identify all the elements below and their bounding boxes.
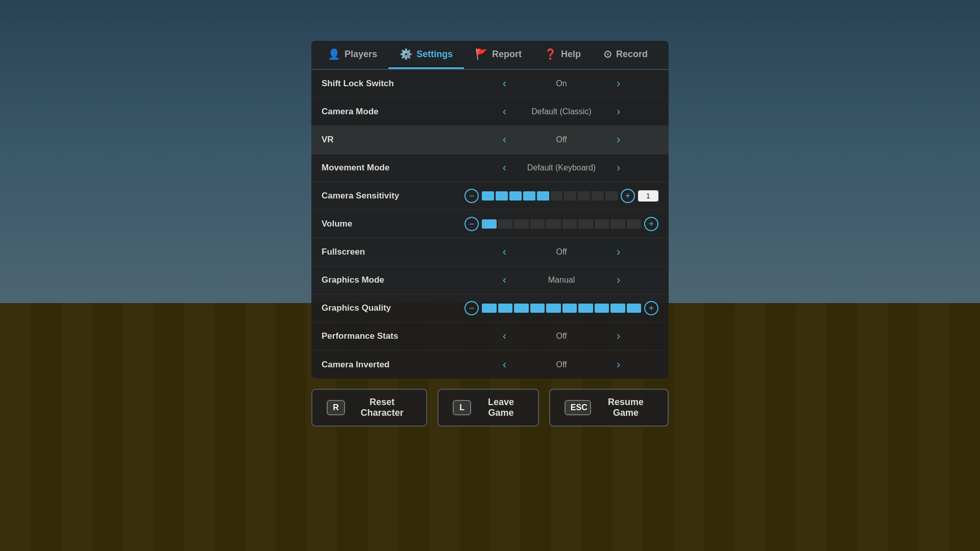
segment-4 xyxy=(523,191,535,201)
segment-6 xyxy=(551,191,563,201)
vol-segment-6 xyxy=(562,219,577,229)
camera-inverted-value: Off xyxy=(516,360,607,369)
tab-help[interactable]: ❓ Help xyxy=(533,41,592,69)
graphics-quality-minus[interactable]: − xyxy=(464,301,479,315)
graphics-mode-prev[interactable]: ‹ xyxy=(499,272,510,288)
setting-fullscreen: Fullscreen ‹ Off › xyxy=(311,238,669,266)
gq-segment-6 xyxy=(562,304,577,313)
camera-inverted-control: ‹ Off › xyxy=(464,357,658,372)
shift-lock-control: ‹ On › xyxy=(464,76,658,91)
camera-sensitivity-plus[interactable]: + xyxy=(621,189,635,203)
camera-sensitivity-input[interactable] xyxy=(638,190,658,202)
performance-stats-prev[interactable]: ‹ xyxy=(499,329,510,344)
segment-5 xyxy=(537,191,549,201)
camera-mode-next[interactable]: › xyxy=(612,104,624,119)
graphics-mode-label: Graphics Mode xyxy=(322,275,464,285)
gq-segment-2 xyxy=(498,304,513,313)
segment-2 xyxy=(496,191,508,201)
movement-mode-next[interactable]: › xyxy=(612,160,624,176)
graphics-quality-label: Graphics Quality xyxy=(322,303,464,313)
setting-volume: Volume − + xyxy=(311,210,669,238)
camera-mode-control: ‹ Default (Classic) › xyxy=(464,104,658,119)
reset-character-button[interactable]: R Reset Character xyxy=(311,389,427,427)
fullscreen-next[interactable]: › xyxy=(612,244,624,260)
record-icon: ⊙ xyxy=(603,48,612,60)
vol-segment-7 xyxy=(578,219,593,229)
help-icon: ❓ xyxy=(544,48,557,60)
tab-record[interactable]: ⊙ Record xyxy=(592,41,659,69)
fullscreen-control: ‹ Off › xyxy=(464,244,658,260)
settings-icon: ⚙️ xyxy=(400,48,412,60)
resume-game-label: Resume Game xyxy=(598,397,653,418)
gq-segment-7 xyxy=(578,304,593,313)
camera-sensitivity-slider[interactable] xyxy=(482,191,618,201)
resume-key-badge: ESC xyxy=(565,400,591,415)
shift-lock-next[interactable]: › xyxy=(612,76,624,91)
tab-settings[interactable]: ⚙️ Settings xyxy=(388,41,464,69)
vr-label: VR xyxy=(322,135,464,145)
volume-slider[interactable] xyxy=(482,219,641,229)
tab-report-label: Report xyxy=(492,49,522,60)
gq-segment-8 xyxy=(595,304,609,313)
performance-stats-next[interactable]: › xyxy=(612,329,624,344)
setting-camera-mode: Camera Mode ‹ Default (Classic) › xyxy=(311,98,669,126)
movement-mode-control: ‹ Default (Keyboard) › xyxy=(464,160,658,176)
setting-graphics-quality: Graphics Quality − + xyxy=(311,294,669,322)
volume-control: − + xyxy=(464,217,658,231)
vol-segment-2 xyxy=(498,219,513,229)
performance-stats-control: ‹ Off › xyxy=(464,329,658,344)
shift-lock-prev[interactable]: ‹ xyxy=(499,76,510,91)
segment-8 xyxy=(578,191,590,201)
movement-mode-label: Movement Mode xyxy=(322,163,464,173)
leave-key-badge: L xyxy=(453,400,471,415)
segment-9 xyxy=(592,191,604,201)
setting-shift-lock-switch: Shift Lock Switch ‹ On › xyxy=(311,70,669,98)
setting-performance-stats: Performance Stats ‹ Off › xyxy=(311,322,669,350)
volume-label: Volume xyxy=(322,219,464,229)
volume-plus[interactable]: + xyxy=(644,217,658,231)
report-icon: 🚩 xyxy=(475,48,488,60)
settings-menu: 👤 Players ⚙️ Settings 🚩 Report ❓ Help ⊙ … xyxy=(311,41,669,427)
gq-segment-4 xyxy=(530,304,545,313)
tab-help-label: Help xyxy=(561,49,581,60)
graphics-mode-next[interactable]: › xyxy=(612,272,624,288)
reset-character-label: Reset Character xyxy=(352,397,412,418)
resume-game-button[interactable]: ESC Resume Game xyxy=(549,389,669,427)
leave-game-label: Leave Game xyxy=(478,397,524,418)
camera-inverted-prev[interactable]: ‹ xyxy=(499,357,510,372)
leave-game-button[interactable]: L Leave Game xyxy=(437,389,539,427)
camera-sensitivity-minus[interactable]: − xyxy=(464,189,479,203)
performance-stats-value: Off xyxy=(516,332,607,341)
vol-segment-8 xyxy=(595,219,609,229)
vr-prev[interactable]: ‹ xyxy=(499,132,510,147)
camera-mode-prev[interactable]: ‹ xyxy=(499,104,510,119)
setting-movement-mode: Movement Mode ‹ Default (Keyboard) › xyxy=(311,154,669,182)
graphics-quality-control: − + xyxy=(464,301,658,315)
vol-segment-4 xyxy=(530,219,545,229)
tab-players-label: Players xyxy=(345,49,377,60)
segment-7 xyxy=(564,191,576,201)
tab-bar: 👤 Players ⚙️ Settings 🚩 Report ❓ Help ⊙ … xyxy=(311,41,669,69)
camera-mode-label: Camera Mode xyxy=(322,107,464,117)
camera-inverted-next[interactable]: › xyxy=(612,357,624,372)
shift-lock-label: Shift Lock Switch xyxy=(322,79,464,89)
fullscreen-prev[interactable]: ‹ xyxy=(499,244,510,260)
tab-record-label: Record xyxy=(616,49,648,60)
volume-minus[interactable]: − xyxy=(464,217,479,231)
tab-players[interactable]: 👤 Players xyxy=(316,41,388,69)
camera-sensitivity-label: Camera Sensitivity xyxy=(322,191,464,201)
shift-lock-value: On xyxy=(516,79,607,88)
vr-next[interactable]: › xyxy=(612,132,624,147)
graphics-quality-slider[interactable] xyxy=(482,304,641,313)
camera-inverted-label: Camera Inverted xyxy=(322,360,464,370)
gq-segment-5 xyxy=(546,304,561,313)
movement-mode-prev[interactable]: ‹ xyxy=(499,160,510,176)
graphics-mode-value: Manual xyxy=(516,276,607,285)
fullscreen-value: Off xyxy=(516,247,607,257)
graphics-quality-plus[interactable]: + xyxy=(644,301,658,315)
vol-segment-5 xyxy=(546,219,561,229)
tab-report[interactable]: 🚩 Report xyxy=(464,41,533,69)
gq-segment-9 xyxy=(610,304,625,313)
vol-segment-1 xyxy=(482,219,497,229)
performance-stats-label: Performance Stats xyxy=(322,331,464,341)
